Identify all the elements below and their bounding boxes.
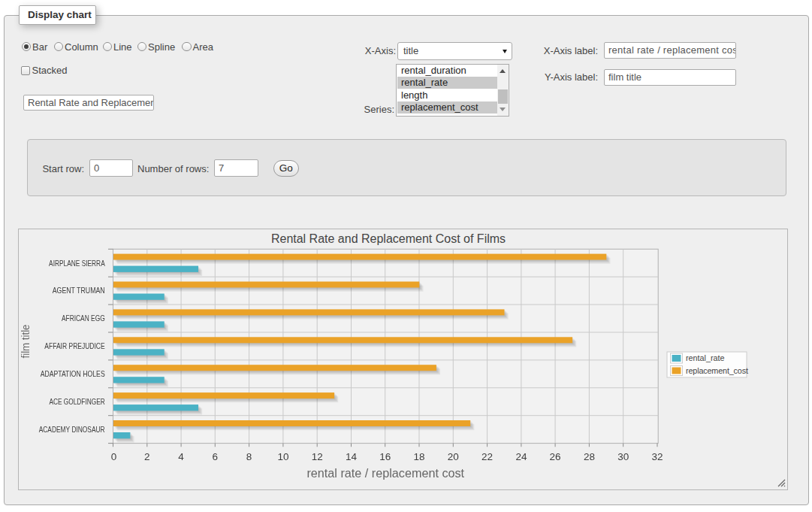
svg-text:10: 10 <box>277 451 288 462</box>
svg-text:AIRPLANE SIERRA: AIRPLANE SIERRA <box>49 259 105 268</box>
svg-text:0: 0 <box>111 451 117 462</box>
svg-text:16: 16 <box>379 451 391 462</box>
svg-text:Rental Rate and Replacement Co: Rental Rate and Replacement Cost of Film… <box>271 232 506 245</box>
svg-text:26: 26 <box>550 451 561 462</box>
svg-text:8: 8 <box>246 451 252 462</box>
svg-text:32: 32 <box>651 451 663 462</box>
svg-text:24: 24 <box>515 451 527 462</box>
svg-text:replacement_cost: replacement_cost <box>686 366 748 375</box>
svg-text:rental_rate: rental_rate <box>686 353 725 362</box>
svg-text:2: 2 <box>144 451 150 462</box>
svg-text:30: 30 <box>617 451 629 462</box>
svg-text:18: 18 <box>413 451 424 462</box>
svg-text:film title: film title <box>19 325 32 359</box>
svg-text:22: 22 <box>481 451 493 462</box>
svg-text:4: 4 <box>178 451 184 462</box>
svg-text:ACE GOLDFINGER: ACE GOLDFINGER <box>49 398 104 406</box>
svg-text:AGENT TRUMAN: AGENT TRUMAN <box>53 286 105 295</box>
svg-text:rental rate / replacement cost: rental rate / replacement cost <box>306 466 464 480</box>
svg-text:12: 12 <box>312 451 323 462</box>
svg-text:AFFAIR PREJUDICE: AFFAIR PREJUDICE <box>44 342 105 350</box>
svg-text:ACADEMY DINOSAUR: ACADEMY DINOSAUR <box>39 426 105 434</box>
svg-text:28: 28 <box>584 451 595 462</box>
svg-text:20: 20 <box>448 451 459 462</box>
svg-text:AFRICAN EGG: AFRICAN EGG <box>62 314 105 323</box>
svg-text:6: 6 <box>213 451 219 462</box>
svg-text:ADAPTATION HOLES: ADAPTATION HOLES <box>41 370 105 378</box>
svg-text:14: 14 <box>346 451 358 462</box>
